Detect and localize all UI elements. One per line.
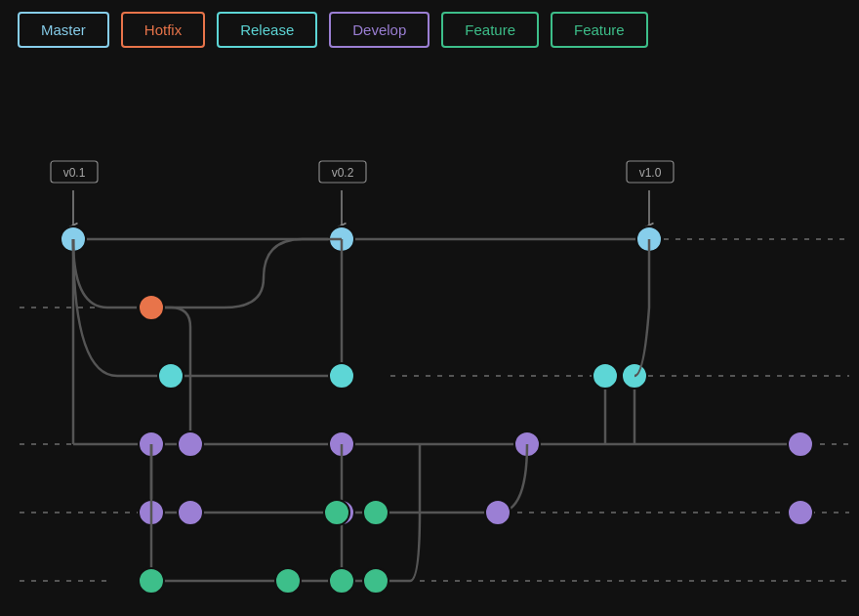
legend-master: Master xyxy=(18,12,109,48)
feature1-node-2 xyxy=(178,500,203,525)
diagram-area: v0.1 v0.2 v1.0 xyxy=(0,73,859,616)
feature-green-node-1 xyxy=(324,500,349,525)
release-node-3 xyxy=(593,363,618,389)
svg-text:v0.1: v0.1 xyxy=(63,166,86,180)
feature2-node-2 xyxy=(275,568,301,594)
develop-node-5 xyxy=(788,431,813,457)
feature2-node-1 xyxy=(139,568,164,594)
legend-hotfix: Hotfix xyxy=(121,12,205,48)
legend: Master Hotfix Release Develop Feature Fe… xyxy=(0,0,859,60)
legend-develop: Develop xyxy=(329,12,430,48)
feature-green-node-2 xyxy=(363,500,389,525)
legend-feature1: Feature xyxy=(441,12,539,48)
svg-text:v0.2: v0.2 xyxy=(332,166,354,180)
release-node-1 xyxy=(158,363,184,389)
develop-node-2 xyxy=(178,431,203,457)
feature1-node-4 xyxy=(485,500,511,525)
feature2-node-3 xyxy=(329,568,354,594)
feature1-node-5 xyxy=(788,500,813,525)
release-node-2 xyxy=(329,363,354,389)
feature2-node-4 xyxy=(363,568,389,594)
legend-release: Release xyxy=(217,12,317,48)
legend-feature2: Feature xyxy=(551,12,648,48)
svg-text:v1.0: v1.0 xyxy=(639,166,662,180)
git-flow-diagram: v0.1 v0.2 v1.0 xyxy=(0,73,859,616)
hotfix-node xyxy=(139,295,164,320)
